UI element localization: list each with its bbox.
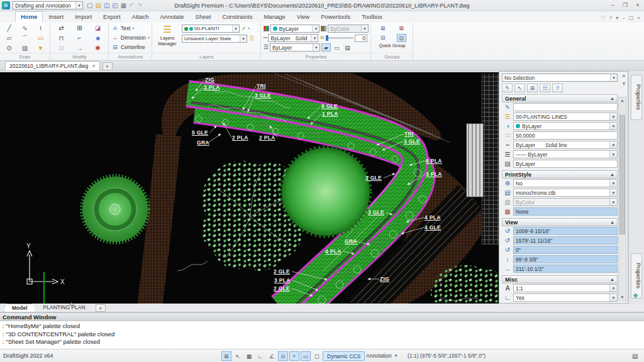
- property-field[interactable]: [513, 103, 618, 111]
- sheet-tab-model[interactable]: Model: [4, 304, 36, 312]
- close-button[interactable]: ×: [631, 0, 644, 11]
- selection-dropdown[interactable]: No Selection ▼: [502, 74, 618, 82]
- tab-export[interactable]: Export: [97, 11, 126, 23]
- tab-home[interactable]: Home: [15, 11, 43, 23]
- mirror-icon[interactable]: ⌐: [70, 34, 89, 43]
- stretch-icon[interactable]: ⊓: [52, 34, 70, 43]
- triangle-icon[interactable]: ▼: [33, 44, 48, 53]
- layer-state-icon[interactable]: ☰: [249, 35, 254, 43]
- minimize-button[interactable]: –: [606, 0, 619, 11]
- saveall-icon[interactable]: ◰: [112, 1, 118, 9]
- tab-close-icon[interactable]: ×: [92, 63, 95, 69]
- print-icon[interactable]: ▦: [121, 1, 126, 9]
- layer-dropdown[interactable]: 00-PLANTI ▼: [182, 25, 240, 33]
- grid-icon[interactable]: ▦: [244, 351, 254, 361]
- transparency-toggle[interactable]: ▭: [332, 43, 341, 52]
- quick-select-icon[interactable]: ⊞: [527, 84, 538, 92]
- annotation-scale-dropdown[interactable]: Annotation ▼: [364, 351, 401, 361]
- section-header-printstyle[interactable]: PrintStyle▲: [502, 170, 618, 178]
- pattern-icon[interactable]: ∷: [52, 44, 70, 53]
- copy-icon[interactable]: ⊞: [70, 24, 89, 33]
- erase-icon[interactable]: ◪: [89, 24, 107, 33]
- workspace-dropdown[interactable]: Drafting and Annotation ▼: [13, 1, 83, 9]
- property-field[interactable]: ByColor▼: [513, 198, 618, 206]
- pointer-icon[interactable]: ↖: [233, 351, 243, 361]
- lineweight-slider[interactable]: [326, 37, 353, 39]
- tab-attach[interactable]: Attach: [126, 11, 155, 23]
- help-caret-icon[interactable]: ▾: [616, 15, 618, 21]
- new-sheet-button[interactable]: +: [96, 304, 106, 312]
- help-icon[interactable]: ?: [609, 15, 612, 21]
- snap-icon[interactable]: ⊞: [221, 351, 231, 361]
- property-field[interactable]: 50.0000: [513, 131, 618, 140]
- tab-annotate[interactable]: Annotate: [155, 11, 190, 23]
- group-edit-icon[interactable]: ⊟: [374, 34, 392, 42]
- section-header-general[interactable]: General▲: [502, 94, 618, 102]
- match-properties-icon[interactable]: ☷: [540, 84, 550, 92]
- help-icon[interactable]: ?: [552, 84, 563, 92]
- tab-manage[interactable]: Manage: [258, 11, 291, 23]
- new-document-tab-button[interactable]: +: [103, 62, 113, 70]
- command-window[interactable]: Command Window : "HomeByMe" palette clos…: [0, 312, 644, 349]
- collapse-icon[interactable]: ▲: [610, 172, 614, 177]
- collapse-icon[interactable]: ▲: [610, 277, 614, 282]
- restore-button[interactable]: ❐: [619, 0, 631, 11]
- ccs-icon[interactable]: ◻: [312, 351, 322, 361]
- palette-scrollbar[interactable]: ▲ ▼: [618, 97, 626, 301]
- hatch-icon[interactable]: ▨: [17, 44, 33, 53]
- group-delete-icon[interactable]: ⊠: [392, 25, 411, 33]
- circle-icon[interactable]: ⊙: [1, 44, 17, 53]
- property-field[interactable]: 1:1▼: [513, 284, 618, 292]
- tab-insert[interactable]: Insert: [43, 11, 69, 23]
- linecolor-dropdown[interactable]: ByLayer▼: [270, 25, 320, 33]
- tab-view[interactable]: View: [291, 11, 315, 23]
- spline-icon[interactable]: ≀: [33, 24, 48, 33]
- select-icon[interactable]: ↖: [514, 84, 525, 92]
- property-field[interactable]: ByLayer▼: [513, 122, 618, 130]
- slider-thumb[interactable]: [326, 35, 328, 41]
- rectangle-icon[interactable]: ▭: [33, 34, 48, 43]
- tab-powertools[interactable]: Powertools: [315, 11, 356, 23]
- save-icon[interactable]: ◫: [104, 1, 109, 9]
- ortho-icon[interactable]: ∟: [255, 351, 265, 361]
- scale-icon[interactable]: ■: [89, 34, 107, 43]
- sheet-tab-planting-plan[interactable]: PLANTING PLAN: [36, 304, 93, 312]
- layer-state-dropdown[interactable]: Unsaved Layer State ▼: [182, 35, 247, 43]
- tab-toolbox[interactable]: Toolbox: [356, 11, 388, 23]
- collapse-icon[interactable]: ▲: [610, 220, 614, 224]
- tab-import[interactable]: Import: [69, 11, 97, 23]
- section-header-view[interactable]: View▲: [502, 218, 618, 226]
- polar-icon[interactable]: ∠: [267, 351, 277, 361]
- explode-icon[interactable]: ✱: [89, 44, 107, 53]
- section-header-misc[interactable]: Misc▲: [502, 275, 618, 283]
- ribbon-restore-icon[interactable]: ▢: [629, 15, 634, 21]
- new-icon[interactable]: ▢: [87, 1, 92, 9]
- redo-icon[interactable]: ↷: [137, 1, 142, 9]
- layer-apply-icon[interactable]: ✓: [242, 25, 247, 33]
- drawing-canvas[interactable]: Y X ZIG3 PLATRI3 GLE9 GLE1 PLA5 GLEGRA2 …: [0, 71, 499, 304]
- dimension-button[interactable]: ↔Dimension▾: [111, 33, 150, 41]
- clipboard-icon[interactable]: ▤: [632, 353, 638, 359]
- property-field[interactable]: Yes▼: [513, 293, 618, 302]
- property-field[interactable]: 00-PLANTING LINES▼: [513, 112, 618, 121]
- palette-pin-icon[interactable]: Ŧ: [620, 80, 628, 87]
- layer-apply-caret-icon[interactable]: ▾: [248, 25, 250, 33]
- quick-group-button[interactable]: Quick Group: [374, 43, 411, 49]
- palette-close-icon[interactable]: ×: [620, 73, 628, 80]
- move-icon[interactable]: ⇄: [52, 24, 70, 33]
- properties-tab-top[interactable]: Properties: [631, 75, 642, 120]
- document-tab[interactable]: 20220610_LIBRARY-PLANT.dwg ×: [5, 61, 100, 70]
- line-icon[interactable]: ╱: [1, 24, 17, 33]
- dyninput-icon[interactable]: ▭: [301, 351, 311, 361]
- property-field[interactable]: No▼: [513, 179, 618, 187]
- scrollbar-thumb[interactable]: [619, 115, 625, 234]
- property-field[interactable]: —— ByLayer▼: [513, 150, 618, 158]
- property-field[interactable]: ByLayerSolid line▼: [513, 141, 618, 149]
- text-button[interactable]: AText▾: [111, 24, 150, 32]
- scroll-up-icon[interactable]: ▲: [619, 97, 626, 104]
- ribbon-minimize-icon[interactable]: –: [622, 15, 625, 21]
- polyline-icon[interactable]: ∿: [17, 24, 33, 33]
- list-toggle[interactable]: ▤: [343, 43, 352, 52]
- quick-group-edit-icon[interactable]: ⊡: [397, 34, 406, 42]
- scroll-down-icon[interactable]: ▼: [619, 294, 626, 300]
